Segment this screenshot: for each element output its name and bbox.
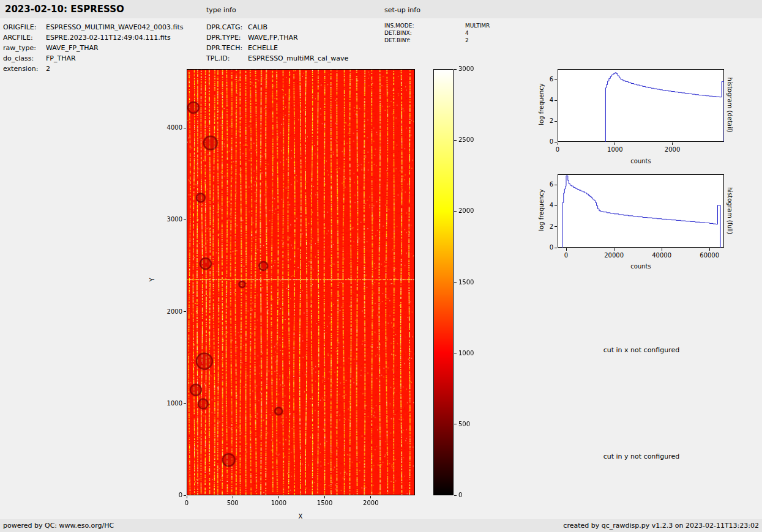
tick-label: 0: [458, 492, 484, 498]
hist-full-xaxis-label: counts: [622, 263, 659, 270]
tick-label: 0: [530, 138, 553, 145]
tick-mark: [614, 248, 614, 251]
tick-label: 0: [159, 492, 182, 498]
info-row: ARCFILE:ESPRE.2023-02-11T12:49:04.111.fi…: [3, 32, 184, 43]
tick-label: 2500: [458, 136, 484, 143]
tick-label: 1000: [458, 350, 484, 357]
info-label: TPL.ID:: [206, 53, 248, 64]
info-value: MULTIMR: [465, 23, 490, 29]
info-value: 4: [465, 30, 469, 36]
tick-mark: [555, 226, 557, 227]
tick-mark: [370, 496, 371, 498]
info-value: ECHELLE: [248, 44, 278, 52]
tick-mark: [672, 142, 673, 145]
footer-bar: powered by QC: www.eso.org/HC created by…: [0, 519, 762, 532]
tick-mark: [184, 220, 186, 220]
info-label: DPR.CATG:: [206, 22, 248, 32]
tick-label: 2000: [657, 146, 688, 153]
info-label: extension:: [3, 64, 46, 74]
tick-mark: [184, 495, 186, 496]
info-label: DPR.TECH:: [206, 43, 248, 53]
tick-label: 60000: [694, 252, 725, 259]
header-bar: 2023-02-10: ESPRESSO type info set-up in…: [0, 0, 762, 18]
tick-mark: [454, 424, 457, 424]
tick-mark: [184, 403, 186, 404]
tick-mark: [233, 496, 233, 498]
raw-image-frame: [187, 69, 415, 495]
info-row: do_class:FP_THAR: [3, 53, 184, 64]
tick-label: 1000: [600, 146, 630, 153]
info-label: do_class:: [3, 53, 46, 64]
tick-label: 3000: [159, 216, 182, 223]
tick-mark: [184, 311, 186, 312]
tick-label: 4000: [159, 124, 182, 131]
tick-label: 500: [217, 500, 248, 506]
tick-label: 2000: [356, 500, 386, 506]
tick-label: 3000: [458, 65, 484, 72]
tick-mark: [709, 248, 710, 251]
setup-info-block: INS.MODE:MULTIMR DET.BINX:4 DET.BINY:2: [384, 22, 490, 44]
info-value: ESPRESSO_MULTIMR_WAVE042_0003.fits: [46, 23, 184, 31]
tick-mark: [614, 142, 615, 145]
tick-label: 1000: [263, 500, 294, 506]
info-value: FP_THAR: [46, 54, 76, 62]
tick-label: 2: [530, 117, 553, 124]
type-info-header: type info: [206, 6, 236, 14]
tick-label: 20000: [599, 252, 629, 259]
page-title: 2023-02-10: ESPRESSO: [5, 4, 124, 15]
raw-image-canvas: [187, 70, 414, 495]
tick-label: 2000: [458, 207, 484, 214]
tick-mark: [278, 496, 279, 498]
info-value: 2: [465, 37, 469, 43]
info-value: WAVE_FP_THAR: [46, 44, 99, 52]
tick-mark: [324, 496, 325, 498]
tick-mark: [566, 248, 567, 251]
tick-mark: [555, 100, 557, 101]
tick-label: 6: [530, 181, 553, 188]
footer-right-text: created by qc_rawdisp.py v1.2.3 on 2023-…: [563, 522, 759, 530]
tick-mark: [454, 353, 457, 353]
info-value: ESPRESSO_multiMR_cal_wave: [248, 54, 348, 62]
info-row: ORIGFILE:ESPRESSO_MULTIMR_WAVE042_0003.f…: [3, 22, 184, 32]
tick-mark: [555, 248, 557, 248]
tick-label: 2000: [159, 308, 182, 315]
tick-mark: [555, 79, 557, 80]
tick-label: 0: [542, 146, 573, 153]
info-value: WAVE,FP,THAR: [248, 34, 298, 42]
info-label: ARCFILE:: [3, 32, 46, 43]
colorbar: [433, 69, 454, 495]
info-label: DET.BINX:: [384, 29, 465, 37]
tick-mark: [454, 495, 457, 496]
tick-label: 40000: [646, 252, 677, 259]
qc-report-page: 2023-02-10: ESPRESSO type info set-up in…: [0, 0, 762, 532]
tick-mark: [555, 142, 557, 142]
info-row: DPR.CATG:CALIB: [206, 22, 348, 32]
info-row: DET.BINY:2: [384, 37, 490, 44]
setup-info-header: set-up info: [384, 6, 420, 14]
info-value: CALIB: [248, 23, 267, 31]
type-info-block: DPR.CATG:CALIB DPR.TYPE:WAVE,FP,THAR DPR…: [206, 22, 348, 64]
tick-label: 1500: [458, 279, 484, 286]
tick-label: 0: [530, 244, 553, 251]
tick-label: 6: [530, 76, 553, 83]
colorbar-canvas: [434, 70, 453, 495]
info-row: INS.MODE:MULTIMR: [384, 22, 490, 29]
info-row: TPL.ID:ESPRESSO_multiMR_cal_wave: [206, 53, 348, 64]
tick-label: 4: [530, 97, 553, 103]
main-yaxis-label: Y: [149, 271, 155, 289]
tick-label: 1000: [159, 400, 182, 407]
info-label: DPR.TYPE:: [206, 32, 248, 43]
info-row: DET.BINX:4: [384, 29, 490, 37]
histogram_detail-line: [605, 73, 724, 142]
tick-label: 0: [171, 500, 202, 506]
tick-mark: [454, 69, 457, 70]
info-label: INS.MODE:: [384, 22, 465, 29]
info-row: raw_type:WAVE_FP_THAR: [3, 43, 184, 53]
histogram_full-line: [562, 176, 720, 248]
tick-label: 4: [530, 202, 553, 209]
tick-label: 2: [530, 223, 553, 230]
hist-detail-xaxis-label: counts: [622, 158, 659, 164]
info-value: ESPRE.2023-02-11T12:49:04.111.fits: [46, 34, 171, 42]
info-label: DET.BINY:: [384, 37, 465, 44]
histogram_detail-plot: [558, 69, 724, 142]
